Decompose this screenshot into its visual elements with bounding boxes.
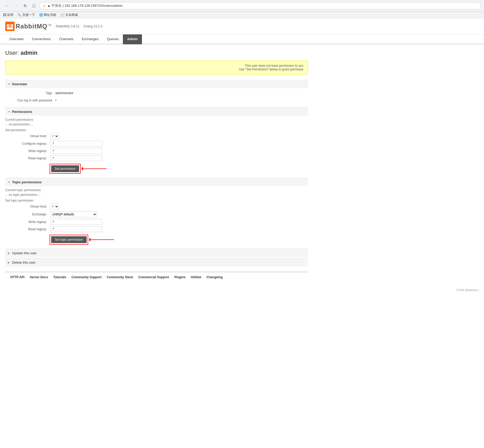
tags-row: Tags administrator bbox=[5, 90, 308, 96]
topic-read-row: Read regexp: bbox=[5, 226, 308, 232]
tags-value: administrator bbox=[55, 91, 73, 95]
topic-toggle-icon: ▼ bbox=[8, 181, 10, 184]
logo-tm: TM bbox=[47, 24, 51, 27]
svg-point-5 bbox=[11, 25, 12, 26]
perm-read-input[interactable] bbox=[50, 155, 102, 161]
overview-label: Overview bbox=[12, 82, 27, 86]
topic-permissions-label: Topic permissions bbox=[12, 180, 42, 184]
current-topic-perms-label: Current topic permissions bbox=[5, 188, 308, 192]
permissions-toggle-icon: ▼ bbox=[8, 110, 10, 113]
nav-admin[interactable]: Admin bbox=[123, 34, 142, 44]
overview-section: ▼ Overview Tags administrator Can log in… bbox=[5, 80, 308, 103]
footer-server-docs[interactable]: Server Docs bbox=[30, 275, 48, 279]
app-header: RabbitMQTM RabbitMQ 3.8.11 Erlang 23.2.3 bbox=[0, 19, 484, 34]
perm-configure-input[interactable] bbox=[50, 141, 102, 147]
back-button[interactable]: ← bbox=[3, 3, 10, 9]
update-user-section[interactable]: ▶ Update this user bbox=[5, 249, 308, 257]
footer-commercial-support[interactable]: Commercial Support bbox=[138, 275, 169, 279]
perm-read-row: Read regexp: bbox=[5, 155, 308, 161]
footer-community-slack[interactable]: Community Slack bbox=[107, 275, 133, 279]
overview-header[interactable]: ▼ Overview bbox=[5, 80, 308, 88]
nav-channels[interactable]: Channels bbox=[55, 34, 77, 44]
warning-line2: Use "Set Permission" below to grant perm… bbox=[10, 68, 303, 71]
svg-rect-3 bbox=[7, 27, 13, 29]
nav-exchanges[interactable]: Exchanges bbox=[77, 34, 103, 44]
footer-tutorials[interactable]: Tutorials bbox=[53, 275, 66, 279]
logo-name: RabbitMQ bbox=[16, 23, 47, 30]
topic-read-label: Read regexp: bbox=[5, 227, 47, 231]
footer-community-support[interactable]: Community Support bbox=[71, 275, 101, 279]
bookmark-apps[interactable]: ☷ 应用 bbox=[3, 13, 13, 17]
perm-configure-label: Configure regexp: bbox=[5, 142, 47, 146]
logo-icon bbox=[5, 22, 15, 31]
nav-connections[interactable]: Connections bbox=[28, 34, 55, 44]
nav-overview[interactable]: Overview bbox=[5, 34, 28, 44]
topic-permissions-section: ▼ Topic permissions Current topic permis… bbox=[5, 178, 308, 245]
main-nav: Overview Connections Channels Exchanges … bbox=[0, 34, 484, 44]
footer-http-api[interactable]: HTTP API bbox=[10, 275, 25, 279]
perm-read-label: Read regexp: bbox=[5, 156, 47, 160]
no-permissions-text: ... no permissions ... bbox=[5, 123, 308, 126]
logo-text: RabbitMQTM bbox=[16, 23, 52, 30]
permissions-header[interactable]: ▼ Permissions bbox=[5, 107, 308, 116]
perm-write-input[interactable] bbox=[50, 148, 102, 154]
page-title: User: admin bbox=[5, 50, 308, 56]
perm-write-label: Write regexp: bbox=[5, 149, 47, 153]
topic-write-input[interactable] bbox=[50, 219, 102, 225]
refresh-button[interactable]: ↻ bbox=[22, 3, 28, 9]
svg-point-4 bbox=[8, 25, 9, 26]
can-log-row: Can log in with password • bbox=[5, 98, 308, 103]
topic-vhost-row: Virtual Host: / bbox=[5, 203, 308, 210]
red-arrow-icon bbox=[82, 166, 108, 172]
no-topic-perms-text: ... no topic permissions ... bbox=[5, 193, 308, 197]
set-perm-arrow-annotation bbox=[82, 166, 108, 172]
bookmark-nav[interactable]: 🌐 网址导航 bbox=[39, 13, 56, 17]
footer-github[interactable]: GitHub bbox=[191, 275, 201, 279]
topic-exchange-label: Exchange: bbox=[5, 213, 47, 216]
perm-vhost-select[interactable]: / bbox=[50, 133, 59, 139]
topic-permissions-header[interactable]: ▼ Topic permissions bbox=[5, 178, 308, 186]
topic-vhost-select[interactable]: / bbox=[50, 203, 59, 210]
security-warning-icon: ⚠ bbox=[43, 4, 46, 8]
nav-queues[interactable]: Queues bbox=[103, 34, 123, 44]
delete-user-section[interactable]: ▶ Delete this user bbox=[5, 258, 308, 267]
set-permission-highlight: Set permission bbox=[50, 164, 81, 174]
footer-plugins[interactable]: Plugins bbox=[174, 275, 186, 279]
topic-write-row: Write regexp: bbox=[5, 219, 308, 225]
set-topic-permission-button[interactable]: Set topic permission bbox=[51, 236, 87, 243]
address-bar[interactable]: ⚠ ▲ 不安全 | 192.168.176.129:15672/#/users/… bbox=[39, 2, 481, 9]
browser-chrome: ← → ↻ ☖ ⚠ ▲ 不安全 | 192.168.176.129:15672/… bbox=[0, 0, 484, 12]
topic-exchange-select[interactable]: (AMQP default) bbox=[50, 211, 97, 217]
set-permission-btn-row: Set permission bbox=[50, 164, 308, 174]
address-text: ▲ 不安全 | 192.168.176.129:15672/#/users/ad… bbox=[47, 3, 123, 8]
topic-read-input[interactable] bbox=[50, 226, 102, 232]
update-user-label: Update this user bbox=[12, 251, 37, 255]
topic-vhost-label: Virtual Host: bbox=[5, 205, 47, 208]
svg-rect-0 bbox=[5, 22, 15, 31]
logo: RabbitMQTM bbox=[5, 22, 52, 31]
tags-label: Tags bbox=[5, 91, 52, 95]
set-permission-button[interactable]: Set permission bbox=[51, 165, 79, 172]
perm-vhost-label: Virtual Host: bbox=[5, 134, 47, 138]
set-topic-perm-highlight: Set topic permission bbox=[50, 235, 88, 245]
warning-banner: This user does not have permission to ac… bbox=[5, 60, 308, 75]
bookmark-jd[interactable]: 🛒 京东商城 bbox=[61, 13, 78, 17]
footer-changelog[interactable]: Changelog bbox=[206, 275, 223, 279]
perm-write-row: Write regexp: bbox=[5, 148, 308, 154]
set-permission-label: Set permission bbox=[5, 128, 308, 132]
rabbitmq-version: RabbitMQ 3.8.11 bbox=[56, 25, 80, 28]
erlang-version: Erlang 23.2.3 bbox=[84, 25, 102, 28]
home-button[interactable]: ☖ bbox=[31, 3, 37, 9]
current-permissions-label: Current permissions bbox=[5, 118, 308, 122]
set-topic-perm-btn-row: Set topic permission bbox=[50, 235, 308, 245]
bookmark-baidu[interactable]: 🔍 百度一下 bbox=[17, 13, 35, 17]
topic-exchange-row: Exchange: (AMQP default) bbox=[5, 211, 308, 217]
page-content: User: admin This user does not have perm… bbox=[0, 44, 313, 287]
bookmarks-bar: ☷ 应用 🔍 百度一下 🌐 网址导航 🛒 京东商城 bbox=[0, 12, 484, 19]
csdn-watermark: CSDN @taishiyın... bbox=[0, 287, 484, 293]
can-log-value: • bbox=[55, 99, 56, 102]
permissions-label: Permissions bbox=[12, 110, 32, 114]
perm-configure-row: Configure regexp: bbox=[5, 141, 308, 147]
forward-button[interactable]: → bbox=[13, 3, 20, 9]
perm-vhost-row: Virtual Host: / bbox=[5, 133, 308, 139]
